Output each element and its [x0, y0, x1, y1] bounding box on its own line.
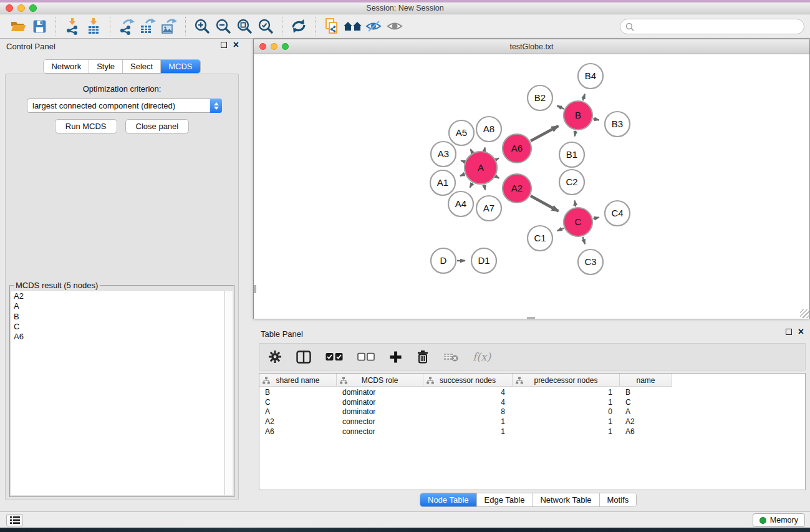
export-network-button[interactable] [116, 17, 137, 36]
task-history-button[interactable] [6, 514, 23, 526]
table-panel-title: Table Panel [261, 329, 303, 339]
canvas-vscroll-thumb[interactable] [254, 285, 256, 293]
table-settings-gear-icon[interactable] [268, 350, 282, 364]
edge-A-A5[interactable] [471, 149, 473, 152]
edge-B-B1[interactable] [575, 131, 576, 137]
table-tab-edge-table[interactable]: Edge Table [477, 493, 533, 506]
table-tab-node-table[interactable]: Node Table [420, 493, 477, 506]
result-item[interactable]: A2 [11, 291, 224, 301]
export-table-button[interactable] [137, 17, 158, 36]
edge-C-C2[interactable] [575, 201, 576, 207]
memory-label: Memory [770, 516, 798, 525]
run-mcds-button[interactable]: Run MCDS [55, 119, 117, 133]
table-tabs: Node TableEdge TableNetwork TableMotifs [420, 493, 637, 507]
unselect-all-columns-icon[interactable] [357, 352, 375, 361]
edge-A-A4[interactable] [470, 183, 473, 188]
result-item[interactable]: C [11, 322, 224, 332]
delete-table-icon[interactable] [443, 352, 458, 362]
edge-B-B4[interactable] [583, 94, 585, 101]
table-tab-network-table[interactable]: Network Table [533, 493, 599, 506]
node-label-B: B [575, 110, 581, 120]
save-session-button[interactable] [29, 17, 50, 36]
column-header-shared-name[interactable]: shared name [259, 374, 337, 387]
import-table-icon [85, 17, 102, 35]
apply-layout-button[interactable] [288, 17, 309, 36]
criterion-dropdown[interactable]: largest connected component (directed) [27, 99, 222, 113]
open-session-button[interactable] [7, 17, 29, 36]
table-header: shared nameMCDS rolesuccessor nodesprede… [259, 374, 672, 387]
tab-network[interactable]: Network [44, 60, 89, 73]
edge-A-A3[interactable] [461, 160, 465, 162]
network-window-titlebar[interactable]: testGlobe.txt [254, 39, 809, 54]
edge-A-A6[interactable] [496, 158, 499, 160]
import-table-button[interactable] [83, 17, 104, 36]
import-network-button[interactable] [62, 17, 83, 36]
tab-mcds[interactable]: MCDS [161, 60, 200, 73]
table-row[interactable]: A2connector11A2 [259, 417, 805, 427]
window-title: Session: New Session [0, 4, 810, 12]
canvas-hscroll-thumb[interactable] [527, 317, 535, 319]
edge-A-A8[interactable] [485, 147, 485, 150]
node-label-A7: A7 [483, 203, 494, 213]
window-resize-grip[interactable] [800, 309, 809, 318]
tab-select[interactable]: Select [123, 60, 161, 73]
zoom-fit-button[interactable] [234, 17, 255, 36]
duplicate-network-button[interactable] [321, 17, 342, 36]
create-column-plus-icon[interactable] [389, 351, 402, 364]
edge-A-A7[interactable] [485, 185, 486, 190]
function-builder-fx-icon[interactable]: f(x) [473, 351, 491, 363]
close-panel-icon[interactable]: × [233, 42, 239, 48]
result-item[interactable]: A [11, 301, 224, 311]
float-panel-icon[interactable] [221, 42, 227, 48]
column-header-predecessor-nodes[interactable]: predecessor nodes [513, 374, 620, 387]
node-table[interactable]: shared nameMCDS rolesuccessor nodesprede… [259, 373, 806, 490]
memory-button[interactable]: Memory [753, 513, 805, 527]
home-view-button[interactable] [342, 17, 364, 36]
column-header-name[interactable]: name [620, 374, 672, 387]
edge-C-C4[interactable] [593, 218, 599, 219]
delete-column-trash-icon[interactable] [417, 350, 429, 364]
select-all-columns-icon[interactable] [325, 352, 343, 361]
table-row[interactable]: Adominator80A [259, 407, 805, 417]
export-network-icon [118, 18, 135, 35]
close-table-panel-icon[interactable]: × [798, 329, 804, 335]
node-label-A8: A8 [483, 123, 494, 134]
column-header-mcds-role[interactable]: MCDS role [337, 374, 423, 387]
export-image-button[interactable] [158, 17, 180, 36]
eye-icon [387, 19, 405, 34]
show-column-panel-icon[interactable] [296, 351, 311, 364]
column-header-successor-nodes[interactable]: successor nodes [423, 374, 513, 387]
search-input[interactable] [637, 22, 804, 31]
node-label-A5: A5 [456, 127, 467, 138]
show-graphics-details-button[interactable] [385, 17, 406, 36]
hide-graphics-details-button[interactable] [364, 17, 385, 36]
tab-style[interactable]: Style [89, 60, 123, 73]
zoom-out-button[interactable] [213, 17, 234, 36]
cell-successor-nodes: 4 [423, 398, 513, 407]
workspace: Control Panel × NetworkStyleSelectMCDS O… [0, 39, 810, 511]
table-row[interactable]: A6connector11A6 [259, 427, 805, 437]
edge-A2-C[interactable] [531, 196, 559, 211]
zoom-selected-button[interactable] [255, 17, 276, 36]
edge-C-C3[interactable] [583, 237, 586, 244]
result-item[interactable]: A6 [11, 332, 224, 342]
cell-predecessor-nodes: 1 [513, 388, 620, 397]
edge-A-A2[interactable] [496, 177, 499, 178]
mcds-result-list[interactable]: A2ABCA6 [11, 291, 224, 495]
result-scrollbar[interactable] [224, 291, 233, 495]
close-panel-button[interactable]: Close panel [125, 119, 190, 133]
edge-A-A1[interactable] [460, 174, 465, 176]
table-tab-motifs[interactable]: Motifs [600, 493, 637, 506]
result-item[interactable]: B [11, 312, 224, 322]
float-table-panel-icon[interactable] [786, 329, 792, 335]
table-row[interactable]: Cdominator41C [259, 397, 805, 407]
network-canvas[interactable]: B4B2BB3A5A8A6B1A3AA1C2A2A4A7CC4C1C3DD1 [254, 54, 809, 319]
zoom-fit-icon [236, 18, 253, 35]
cell-shared-name: A2 [259, 417, 337, 426]
edge-C-C1[interactable] [557, 228, 564, 231]
table-row[interactable]: Bdominator41B [259, 387, 805, 397]
edge-A6-B[interactable] [531, 126, 558, 141]
edge-B-B2[interactable] [557, 106, 564, 109]
zoom-in-button[interactable] [191, 17, 213, 36]
edge-B-B3[interactable] [593, 118, 599, 120]
